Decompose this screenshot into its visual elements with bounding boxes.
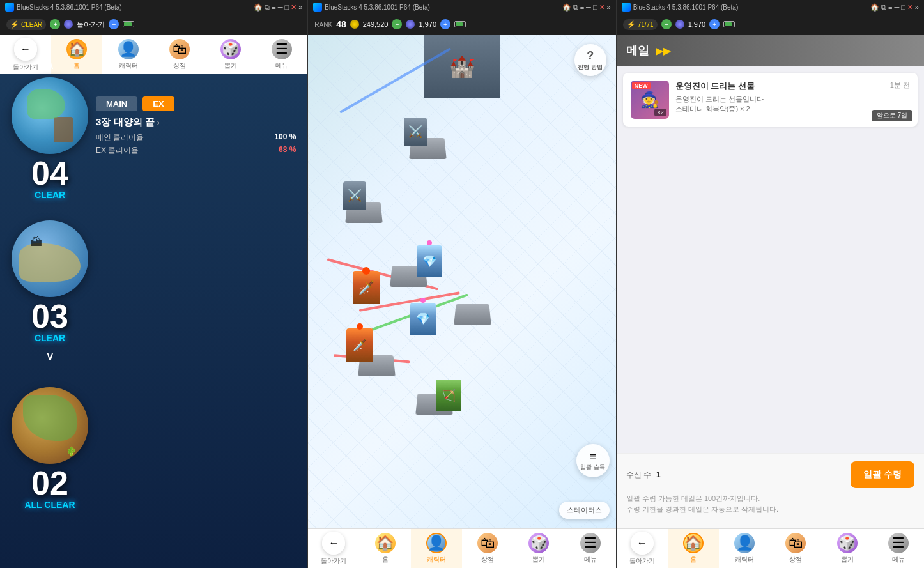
batch-collect-button[interactable]: ≡ 일괄 습득 [576, 444, 610, 477]
help-question-mark: ? [587, 49, 594, 63]
more-icon-1[interactable]: ≡ [272, 3, 275, 11]
mail-time-1: 1분 전 [890, 81, 910, 90]
bottom-nav-2: ← 돌아가기 🏠 홈 👤 캐릭터 🛍 상점 🎲 뽑기 ☰ 메뉴 [308, 528, 615, 568]
home-icon-1[interactable]: 🏠 [254, 3, 263, 12]
battle-unit-sword-1: ⚔️ [404, 118, 427, 146]
nav-shop-label-2: 상점 [481, 555, 494, 564]
chapter-down-chevron[interactable]: ∨ [43, 346, 58, 366]
chapter-up-chevron[interactable]: ∧ [43, 54, 58, 75]
chapter-arrow: › [157, 118, 160, 127]
chapter-02-item[interactable]: 🌵 02 ALL CLEAR [6, 382, 301, 515]
nav-home-2[interactable]: 🏠 홈 [360, 529, 411, 568]
nav-menu-3[interactable]: ☰ 메뉴 [873, 529, 924, 568]
more-icon-2[interactable]: ≡ [580, 3, 584, 11]
nav-shop-2[interactable]: 🛍 상점 [462, 529, 513, 568]
chapter-04-info: MAIN EX 3장 대양의 끝 › 메인 클리어율 100 % EX 클리어율… [96, 96, 296, 158]
nav-back-3[interactable]: ← 돌아가기 [617, 529, 668, 568]
close-icon-2[interactable]: ✕ [599, 3, 605, 12]
nav-home-3[interactable]: 🏠 홈 [668, 529, 719, 568]
energy-plus-1[interactable]: + [50, 19, 60, 29]
nav-menu-2[interactable]: ☰ 메뉴 [564, 529, 615, 568]
menu-icon-nav-3: ☰ [888, 533, 909, 553]
mail-info-desc: 일괄 수령 가능한 메일은 100건까지입니다. 수령 기한을 경과한 메일은 … [626, 493, 914, 514]
statusbar-panel-3: ⚡71/71 + 1,970 + [617, 14, 924, 35]
chapter-04-title[interactable]: 3장 대양의 끝 › [96, 116, 296, 128]
maximize-icon-3[interactable]: □ [901, 3, 905, 11]
gems-plus-1[interactable]: + [109, 19, 119, 29]
gems-plus-3[interactable]: + [709, 19, 720, 29]
expand-icon-2[interactable]: » [607, 3, 611, 11]
battle-unit-ranger: 🏹 [436, 380, 461, 411]
chapter-03-item[interactable]: 🏔 03 CLEAR ∨ [6, 215, 301, 371]
energy-plus-3[interactable]: + [661, 19, 672, 29]
mail-list[interactable]: 🧙 NEW ×2 운영진이 드리는 선물 1분 전 운영진이 드리는 선물입니다… [617, 66, 924, 453]
nav-gacha-2[interactable]: 🎲 뽑기 [513, 529, 564, 568]
expand-icon-3[interactable]: » [915, 3, 919, 11]
coins-plus[interactable]: + [392, 19, 402, 29]
gacha-icon-nav-2: 🎲 [528, 533, 549, 553]
copy-icon-2[interactable]: ⧉ [573, 3, 578, 12]
chapter-04-status: CLEAR [31, 190, 68, 200]
home-icon-2[interactable]: 🏠 [562, 3, 571, 12]
statusbar: ⚡CLEAR + 돌아가기 + RANK 48 249,520 + 1,970 … [0, 14, 924, 35]
panel-chapter-select: ∧ 04 CLEAR MAIN EX 3장 대양의 끝 [0, 35, 308, 568]
expire-badge-1: 앞으로 7일 [872, 110, 912, 121]
energy-bar-1: ⚡CLEAR [6, 19, 46, 30]
collect-all-button[interactable]: 일괄 수령 [851, 461, 914, 488]
tab-main[interactable]: MAIN [96, 96, 137, 111]
maximize-icon-2[interactable]: □ [593, 3, 597, 11]
shop-icon-nav-2: 🛍 [477, 533, 498, 553]
titlebar-title-3: BlueStacks 4 5.3.86.1001 P64 (Beta) [633, 4, 739, 11]
nav-gacha-3[interactable]: 🎲 뽑기 [822, 529, 873, 568]
nav-char-2[interactable]: 👤 캐릭터 [411, 529, 462, 568]
gacha-icon-nav-3: 🎲 [837, 533, 858, 553]
chapter-03-status: CLEAR [31, 333, 68, 343]
chapter-03-globe: 🏔 [12, 220, 88, 297]
copy-icon-1[interactable]: ⧉ [265, 3, 270, 12]
copy-icon-3[interactable]: ⧉ [881, 3, 886, 12]
gem-icon-2 [406, 20, 415, 29]
titlebar-controls-2: 🏠 ⧉ ≡ ─ □ ✕ » [562, 3, 611, 12]
nav-shop-3[interactable]: 🛍 상점 [770, 529, 821, 568]
close-icon-1[interactable]: ✕ [291, 3, 296, 12]
mail-sprite-1: 🧙 [640, 91, 659, 109]
battery-2 [454, 21, 466, 27]
battle-unit-warrior-2: 🗡️ [346, 328, 373, 362]
back-btn-3[interactable]: ← [631, 532, 654, 555]
help-button[interactable]: ? 진행 방법 [574, 44, 606, 76]
rank-value: 48 [336, 19, 346, 29]
mail-item-1[interactable]: 🧙 NEW ×2 운영진이 드리는 선물 1분 전 운영진이 드리는 선물입니다… [623, 73, 918, 127]
status-button[interactable]: 스테이터스 [559, 502, 610, 519]
minimize-icon-3[interactable]: ─ [894, 3, 899, 11]
tab-ex[interactable]: EX [142, 96, 174, 111]
panel-battle: 🏰 ⚔️ ⚔️ [308, 35, 616, 568]
gem-icon-3 [675, 20, 684, 29]
ex-clear-row: EX 클리어율 68 % [96, 145, 296, 156]
energy-label-1: CLEAR [21, 21, 42, 28]
titlebar: BlueStacks 4 5.3.86.1001 P64 (Beta) 🏠 ⧉ … [0, 0, 924, 14]
back-btn-2[interactable]: ← [322, 532, 345, 555]
gems-value-3: 1,970 [688, 20, 706, 28]
expand-icon-1[interactable]: » [298, 3, 302, 11]
mail-thumbnail-1: 🧙 NEW ×2 [631, 81, 669, 119]
chapter-04-item[interactable]: ∧ 04 CLEAR MAIN EX 3장 대양의 끝 [6, 49, 301, 205]
maximize-icon-1[interactable]: □ [285, 3, 289, 11]
minimize-icon-2[interactable]: ─ [586, 3, 591, 11]
gems-plus-2[interactable]: + [440, 19, 450, 29]
new-badge-1: NEW [632, 82, 651, 89]
nav-gacha-label-2: 뽑기 [532, 555, 545, 564]
nav-shop-label-3: 상점 [789, 555, 802, 564]
home-icon-3[interactable]: 🏠 [870, 3, 879, 12]
nav-back-2[interactable]: ← 돌아가기 [308, 529, 359, 568]
battle-unit-sword-2: ⚔️ [343, 181, 366, 210]
home-icon-nav-2: 🏠 [375, 533, 396, 553]
chapter-04-num: 04 [31, 157, 68, 190]
nav-home-label-2: 홈 [382, 555, 389, 564]
chapter-03-num: 03 [31, 300, 68, 333]
minimize-icon-1[interactable]: ─ [278, 3, 283, 11]
nav-char-3[interactable]: 👤 캐릭터 [719, 529, 770, 568]
close-icon-3[interactable]: ✕ [907, 3, 913, 12]
more-icon-3[interactable]: ≡ [888, 3, 892, 11]
mail-count-badge: ×2 [654, 109, 666, 116]
chapter-list: ∧ 04 CLEAR MAIN EX 3장 대양의 끝 [0, 35, 307, 530]
